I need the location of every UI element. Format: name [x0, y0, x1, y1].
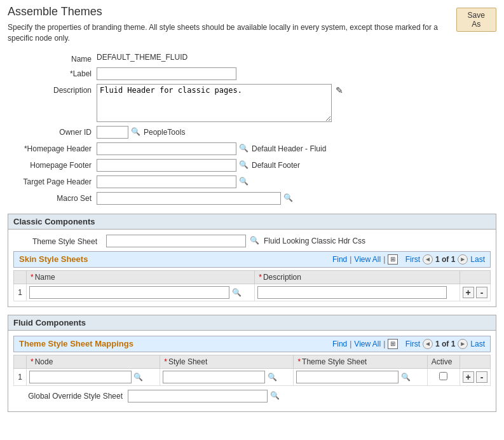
theme-style-sheet-text: Fluid Looking Classic Hdr Css	[264, 237, 365, 245]
fluid-prev-nav-icon[interactable]: ◄	[423, 339, 433, 349]
row-num-header	[14, 270, 27, 284]
classic-components-header: Classic Components	[8, 214, 496, 230]
skin-description-cell	[255, 284, 460, 301]
name-col-header: Name	[27, 270, 255, 284]
row-number: 1	[14, 284, 27, 301]
theme-style-sheet-search-icon[interactable]	[250, 236, 260, 246]
last-label[interactable]: Last	[470, 255, 485, 264]
theme-style-sheet-mappings-title: Theme Style Sheet Mappings	[19, 339, 133, 348]
theme-style-sheet-mappings-subsection: Theme Style Sheet Mappings Find | View A…	[13, 336, 491, 352]
fluid-next-nav-icon[interactable]: ►	[458, 339, 468, 349]
fluid-find-link[interactable]: Find	[332, 340, 347, 348]
style-sheet-col-header: Style Sheet	[160, 355, 294, 368]
skin-style-sheets-table: Name Description 1	[13, 270, 491, 301]
style-sheet-input[interactable]	[163, 371, 265, 383]
node-cell	[27, 368, 160, 385]
node-input[interactable]	[29, 371, 132, 383]
table-row: 1	[14, 368, 491, 385]
theme-style-sheet-mapping-search-icon[interactable]	[401, 373, 411, 383]
pencil-icon[interactable]: ✎	[336, 85, 343, 95]
skin-name-search-icon[interactable]	[232, 288, 242, 298]
target-page-header-search-icon[interactable]	[239, 177, 249, 187]
homepage-header-label: *Homepage Header	[8, 142, 97, 153]
global-override-input[interactable]	[128, 390, 268, 402]
node-col-header: Node	[27, 355, 160, 368]
theme-style-sheet-cell	[294, 368, 427, 385]
homepage-footer-label: Homepage Footer	[8, 159, 97, 170]
owner-id-label: Owner ID	[8, 126, 97, 137]
prev-nav-icon[interactable]: ◄	[423, 254, 433, 265]
table-row: 1 + -	[14, 284, 491, 301]
macro-set-search-icon[interactable]	[283, 193, 294, 203]
del-mapping-button[interactable]: -	[476, 371, 487, 383]
macro-set-label: Macro Set	[8, 192, 97, 203]
homepage-footer-search-icon[interactable]	[239, 160, 249, 170]
skin-actions-cell: + -	[460, 284, 490, 301]
target-page-header-label: Target Page Header	[8, 175, 97, 186]
target-page-header-input[interactable]	[97, 175, 236, 188]
owner-id-input[interactable]: PPT	[97, 126, 128, 139]
global-override-label: Global Override Style Sheet	[13, 390, 128, 401]
node-search-icon[interactable]	[133, 373, 144, 383]
active-cell	[427, 368, 460, 385]
fluid-action-col-header	[460, 355, 490, 368]
pagination-fluid: 1 of 1	[435, 340, 455, 348]
skin-name-cell	[27, 284, 255, 301]
fluid-actions-cell: + -	[460, 368, 490, 385]
style-sheet-search-icon[interactable]	[268, 373, 278, 383]
theme-style-sheet-mapping-input[interactable]	[296, 371, 398, 383]
name-value: DEFAULT_THEME_FLUID	[97, 53, 187, 62]
label-label: *Label	[8, 67, 97, 78]
skin-style-sheets-title: Skin Style Sheets	[19, 254, 88, 264]
first-label[interactable]: First	[405, 255, 420, 264]
classic-components-section: Classic Components Theme Style Sheet DEF…	[8, 214, 496, 307]
description-label: Description	[8, 84, 97, 95]
del-skin-button[interactable]: -	[476, 287, 487, 298]
fluid-components-section: Fluid Components Theme Style Sheet Mappi…	[8, 315, 496, 412]
theme-style-sheet-col-header: Theme Style Sheet	[294, 355, 427, 368]
global-override-search-icon[interactable]	[270, 391, 280, 401]
add-skin-button[interactable]: +	[463, 287, 474, 298]
owner-id-text: PeopleTools	[144, 128, 185, 137]
skin-style-sheets-subsection: Skin Style Sheets Find | View All | ⊞ Fi…	[13, 251, 491, 268]
skin-name-input[interactable]	[29, 286, 229, 299]
action-col-header	[460, 270, 490, 284]
pagination-classic: 1 of 1	[435, 255, 455, 264]
next-nav-icon[interactable]: ►	[458, 254, 468, 265]
homepage-header-input[interactable]: DEFAULT_HEADER_FLUID	[97, 142, 236, 155]
expand-icon[interactable]: ⊞	[388, 254, 398, 265]
fluid-first-label[interactable]: First	[405, 340, 420, 348]
name-label: Name	[8, 53, 97, 64]
description-textarea[interactable]: Fluid Header for classic pages.	[97, 84, 332, 122]
fluid-expand-icon[interactable]: ⊞	[388, 339, 398, 349]
macro-set-input[interactable]	[97, 192, 281, 205]
owner-id-search-icon[interactable]	[131, 127, 141, 137]
active-col-header: Active	[427, 355, 460, 368]
skin-description-input[interactable]	[257, 286, 447, 299]
page-description: Specify the properties of branding theme…	[8, 22, 456, 44]
fluid-view-all-link[interactable]: View All	[354, 340, 381, 348]
find-link[interactable]: Find	[332, 255, 347, 264]
view-all-link[interactable]: View All	[354, 255, 381, 264]
fluid-components-header: Fluid Components	[8, 315, 496, 331]
homepage-header-search-icon[interactable]	[239, 144, 249, 154]
theme-style-sheet-input[interactable]: DEFAULT_THEME_FLUID	[106, 235, 246, 247]
active-checkbox[interactable]	[439, 372, 447, 380]
homepage-header-text: Default Header - Fluid	[252, 144, 326, 153]
homepage-footer-input[interactable]: DEFAULT_FOOTER	[97, 159, 236, 172]
save-as-button[interactable]: Save As	[456, 8, 496, 32]
fluid-row-num-header	[14, 355, 27, 368]
page-title: Assemble Themes	[8, 5, 456, 18]
description-col-header: Description	[255, 270, 460, 284]
homepage-footer-text: Default Footer	[252, 161, 300, 170]
theme-style-sheet-label: Theme Style Sheet	[13, 235, 102, 246]
label-input[interactable]: Default Theme - Fluid Header	[97, 67, 236, 80]
theme-mappings-table: Node Style Sheet Theme Style Sheet Activ…	[13, 355, 491, 386]
add-mapping-button[interactable]: +	[463, 371, 474, 383]
fluid-row-number: 1	[14, 368, 27, 385]
fluid-last-label[interactable]: Last	[470, 340, 485, 348]
style-sheet-cell	[160, 368, 294, 385]
